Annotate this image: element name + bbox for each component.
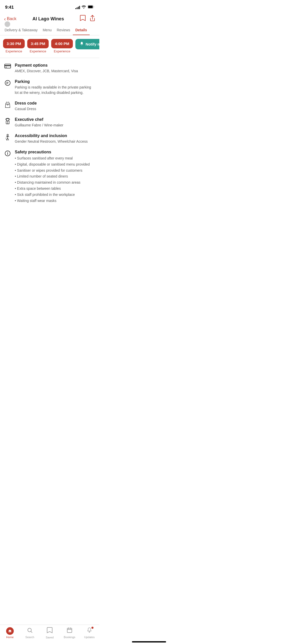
status-bar: 9:41 xyxy=(0,0,99,12)
dresscode-title: Dress code xyxy=(15,101,95,106)
time-slots-row: 3:30 PM Experience 3:45 PM Experience 4:… xyxy=(0,35,99,57)
timeslot-2-button[interactable]: 3:45 PM xyxy=(27,39,49,48)
timeslot-1: 3:30 PM Experience xyxy=(3,39,25,53)
svg-point-13 xyxy=(7,152,8,152)
safety-item-0: Surfaces sanitised after every meal xyxy=(15,155,95,162)
back-dot xyxy=(5,21,10,27)
page-title: Al Lago Wines xyxy=(16,16,80,22)
timeslot-1-button[interactable]: 3:30 PM xyxy=(3,39,25,48)
safety-item-3: Limited number of seated diners xyxy=(15,173,95,180)
dresscode-desc: Casual Dress xyxy=(15,106,95,112)
payment-desc: AMEX, Discover, JCB, Mastercard, Visa xyxy=(15,68,95,74)
detail-dresscode: Dress code Casual Dress xyxy=(4,101,95,112)
back-button[interactable]: ‹ Back xyxy=(4,16,16,21)
safety-item-4: Distancing maintained in common areas xyxy=(15,180,95,186)
share-icon[interactable] xyxy=(90,15,95,23)
safety-item-7: Waiting staff wear masks xyxy=(15,198,95,204)
tab-bar: Delivery & Takeaway Menu Reviews Details xyxy=(0,25,99,35)
safety-item-5: Extra space between tables xyxy=(15,186,95,192)
timeslot-1-label: Experience xyxy=(6,49,22,53)
safety-item-6: Sick staff prohibited in the workplace xyxy=(15,192,95,198)
parking-desc: Parking is readily available in the priv… xyxy=(15,85,95,95)
chef-content: Executive chef Guillaume Fabre / Wine-ma… xyxy=(15,117,95,128)
tab-menu[interactable]: Menu xyxy=(40,25,54,35)
chef-title: Executive chef xyxy=(15,117,95,122)
parking-title: Parking xyxy=(15,79,95,84)
details-section: Payment options AMEX, Discover, JCB, Mas… xyxy=(0,59,99,213)
svg-point-10 xyxy=(7,134,8,136)
battery-icon xyxy=(88,5,94,10)
info-icon xyxy=(4,150,11,156)
signal-icon xyxy=(75,6,80,9)
safety-title: Safety precautions xyxy=(15,150,95,154)
timeslot-2-label: Experience xyxy=(30,49,46,53)
timeslot-3: 4:00 PM Experience xyxy=(51,39,73,53)
dress-icon xyxy=(4,101,11,108)
chef-icon xyxy=(4,117,11,125)
status-time: 9:41 xyxy=(5,5,14,10)
dresscode-content: Dress code Casual Dress xyxy=(15,101,95,112)
svg-rect-1 xyxy=(88,6,93,8)
safety-item-1: Digital, disposable or sanitised menu pr… xyxy=(15,162,95,168)
bookmark-icon[interactable] xyxy=(80,15,86,23)
timeslot-3-button[interactable]: 4:00 PM xyxy=(51,39,73,48)
wifi-icon xyxy=(82,5,86,10)
payment-content: Payment options AMEX, Discover, JCB, Mas… xyxy=(15,63,95,74)
tab-details[interactable]: Details xyxy=(73,25,90,35)
detail-payment: Payment options AMEX, Discover, JCB, Mas… xyxy=(4,63,95,74)
safety-content: Safety precautions Surfaces sanitised af… xyxy=(15,150,95,204)
payment-title: Payment options xyxy=(15,63,95,68)
chef-desc: Guillaume Fabre / Wine-maker xyxy=(15,123,95,128)
detail-parking: P Parking Parking is readily available i… xyxy=(4,79,95,95)
parking-icon: P xyxy=(4,79,11,86)
detail-accessibility: Accessibility and inclusion Gender Neutr… xyxy=(4,134,95,144)
safety-list: Surfaces sanitised after every meal Digi… xyxy=(15,155,95,204)
accessibility-desc: Gender Neutral Restroom, Wheelchair Acce… xyxy=(15,139,95,144)
svg-text:P: P xyxy=(6,81,8,85)
timeslot-2: 3:45 PM Experience xyxy=(27,39,49,53)
svg-rect-3 xyxy=(5,65,11,66)
main-content: 3:30 PM Experience 3:45 PM Experience 4:… xyxy=(0,35,99,234)
accessibility-icon xyxy=(4,134,11,141)
header: ‹ Back Al Lago Wines xyxy=(0,12,99,25)
credit-card-icon xyxy=(4,63,11,69)
safety-item-2: Sanitiser or wipes provided for customer… xyxy=(15,168,95,174)
detail-chef: Executive chef Guillaume Fabre / Wine-ma… xyxy=(4,117,95,128)
timeslot-3-label: Experience xyxy=(54,49,70,53)
notify-wrapper: Notify me xyxy=(75,39,99,53)
divider xyxy=(0,58,99,58)
accessibility-title: Accessibility and inclusion xyxy=(15,134,95,138)
bell-icon xyxy=(79,41,84,47)
notify-button[interactable]: Notify me xyxy=(75,39,99,49)
detail-safety: Safety precautions Surfaces sanitised af… xyxy=(4,150,95,204)
status-icons xyxy=(75,5,94,10)
accessibility-content: Accessibility and inclusion Gender Neutr… xyxy=(15,134,95,144)
back-label: Back xyxy=(7,16,17,21)
svg-rect-4 xyxy=(5,67,7,67)
tab-reviews[interactable]: Reviews xyxy=(54,25,73,35)
header-actions xyxy=(80,15,95,23)
back-chevron-icon: ‹ xyxy=(4,16,6,21)
parking-content: Parking Parking is readily available in … xyxy=(15,79,95,95)
